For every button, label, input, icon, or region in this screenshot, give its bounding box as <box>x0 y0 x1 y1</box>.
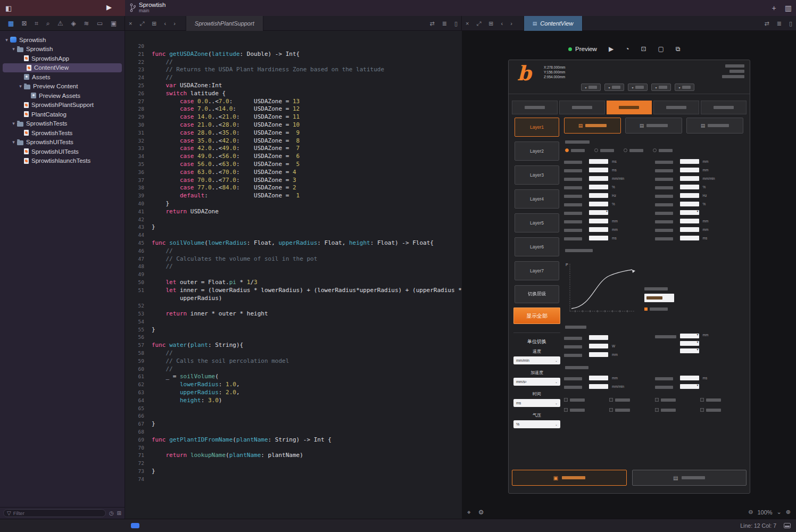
sidebar-item-sprowtishplantsupport[interactable]: SprowtishPlantSupport <box>0 101 125 110</box>
code-line[interactable]: 72 <box>125 460 462 468</box>
pin-preview-icon[interactable]: ⌖ <box>467 509 471 516</box>
sidebar-item-assets[interactable]: Assets <box>0 72 125 82</box>
window-layout-icon[interactable]: ▥ <box>785 4 792 12</box>
option-checkbox-1[interactable] <box>564 398 609 402</box>
parameter-field[interactable] <box>589 168 608 172</box>
code-line[interactable]: 51 let inner = (lowerRadius * lowerRadiu… <box>125 287 462 295</box>
preview-tab-4[interactable] <box>653 101 699 114</box>
find-navigator-icon[interactable]: ⌕ <box>46 20 50 27</box>
code-line[interactable]: 48 // <box>125 263 462 271</box>
forward-icon-2[interactable]: › <box>507 20 516 27</box>
code-line[interactable]: 36 case 63.0..<70.0: USDAZone = 4 <box>125 169 462 177</box>
sidebar-item-preview-content[interactable]: ▾Preview Content <box>0 82 125 92</box>
layer-switch-button[interactable]: 切换层级 <box>515 285 559 303</box>
close-editor-icon[interactable]: × <box>125 20 136 27</box>
parameter-field[interactable] <box>589 344 608 348</box>
code-line[interactable]: 69func getPlantIDFromName(plantName: Str… <box>125 436 462 444</box>
sidebar-item-plantcatalog[interactable]: PlantCatalog <box>0 110 125 119</box>
back-icon[interactable]: ‹ <box>160 20 170 27</box>
option-checkbox-2[interactable] <box>609 398 654 402</box>
code-line[interactable]: 61 _ = soilVolume( <box>125 373 462 381</box>
parameter-field[interactable] <box>680 159 699 164</box>
preview-device-icon[interactable]: ▢ <box>658 45 664 53</box>
layer-button-7[interactable]: Layer7 <box>515 261 559 280</box>
code-line[interactable]: 62 lowerRadius: 1.0, <box>125 381 462 389</box>
header-chip-3[interactable]: ▾ <box>628 84 648 91</box>
parameter-field[interactable] <box>589 202 608 206</box>
code-line[interactable]: 73} <box>125 468 462 476</box>
source-control-navigator-icon[interactable]: ⊠ <box>22 20 27 27</box>
unit-dropdown-2[interactable]: mm/s²⌄ <box>513 378 560 386</box>
footer-primary-button[interactable]: ▣ <box>512 470 627 486</box>
forward-icon[interactable]: › <box>170 20 179 27</box>
code-line[interactable]: 41 return USDAZone <box>125 208 462 216</box>
parameter-dropdown[interactable] <box>680 384 699 389</box>
code-line[interactable]: 46 // <box>125 247 462 255</box>
code-line[interactable]: 54 <box>125 318 462 326</box>
tests-navigator-icon[interactable]: ◈ <box>71 20 76 27</box>
preview-tab-1[interactable] <box>512 101 558 114</box>
radio-option-2[interactable] <box>594 148 614 152</box>
code-line[interactable]: 33 case 42.0..<49.0: USDAZone = 7 <box>125 145 462 153</box>
parameter-field[interactable] <box>680 219 699 223</box>
code-review-icon-2[interactable]: ⇄ <box>761 20 773 27</box>
parameter-field[interactable] <box>589 159 608 164</box>
sidebar-item-preview-assets[interactable]: Preview Assets <box>0 91 125 101</box>
zoom-level[interactable]: 100% <box>757 509 772 516</box>
footer-secondary-button[interactable]: ▤ <box>632 470 747 486</box>
parameter-field[interactable] <box>589 236 608 240</box>
sidebar-item-contentview[interactable]: ContentView <box>3 63 122 73</box>
layer-button-5[interactable]: Layer5 <box>515 213 559 232</box>
option-checkbox-6[interactable] <box>609 408 654 412</box>
code-line[interactable]: 56 <box>125 334 462 342</box>
focus-editor-icon-2[interactable]: ⤢ <box>472 20 485 27</box>
parameter-field[interactable] <box>589 352 608 357</box>
code-line[interactable]: 63 upperRadius: 2.0, <box>125 389 462 397</box>
code-line[interactable]: 39 default: USDAZone = 1 <box>125 192 462 200</box>
add-file-icon[interactable]: ⊞ <box>117 510 121 516</box>
code-line[interactable]: 32 case 35.0..<42.0: USDAZone = 8 <box>125 137 462 145</box>
code-line[interactable]: 21func getUSDAZone(latitude: Double) -> … <box>125 51 462 59</box>
parameter-field[interactable] <box>680 185 699 189</box>
header-chip-2[interactable]: ▾ <box>604 84 624 91</box>
graph-side-field[interactable] <box>644 294 674 302</box>
parameter-field[interactable] <box>680 227 699 232</box>
sidebar-item-sprowtishtests[interactable]: SprowtishTests <box>0 128 125 138</box>
sidebar-item-sprowtishuitests[interactable]: SprowtishUITests <box>0 147 125 156</box>
parameter-field[interactable] <box>589 335 608 340</box>
code-line[interactable]: 42 <box>125 216 462 224</box>
close-editor-icon-2[interactable]: × <box>462 20 472 27</box>
code-line[interactable]: 20 <box>125 43 462 51</box>
preview-environment-icon[interactable]: ◔ <box>625 45 629 53</box>
recent-files-icon[interactable]: ◷ <box>109 510 114 516</box>
zoom-in-icon[interactable]: ⊕ <box>786 509 791 516</box>
sidebar-item-sprowtish[interactable]: ▾Sprowtish <box>0 35 125 45</box>
panel-tool-button-2[interactable]: ▤ <box>625 118 682 134</box>
inspector-toggle-icon[interactable]: ▯ <box>451 20 461 27</box>
source-editor[interactable]: 2021func getUSDAZone(latitude: Double) -… <box>125 31 462 519</box>
layer-button-6[interactable]: Layer6 <box>515 237 559 256</box>
filter-input[interactable]: ▽ Filter <box>3 509 106 517</box>
canvas-settings-icon[interactable]: ⚙ <box>478 509 484 516</box>
panel-tool-button-3[interactable]: ▤ <box>686 118 743 134</box>
minimap-icon[interactable]: ≣ <box>438 20 451 27</box>
unit-dropdown-3[interactable]: ms⌄ <box>513 399 560 407</box>
code-line[interactable]: 52 <box>125 302 462 310</box>
zoom-menu-chevron-icon[interactable]: ⌄ <box>777 509 782 516</box>
option-checkbox-7[interactable] <box>655 408 700 412</box>
code-line[interactable]: 57func water(plant: String){ <box>125 342 462 350</box>
code-line[interactable]: 44 <box>125 231 462 239</box>
debug-area-toggle-icon[interactable] <box>784 523 791 528</box>
code-line[interactable]: 50 let outer = Float.pi * 1/3 <box>125 279 462 287</box>
debug-navigator-icon[interactable]: ≋ <box>84 20 89 27</box>
preview-play-icon[interactable]: ▶ <box>609 45 613 53</box>
code-line[interactable]: 65 <box>125 405 462 413</box>
tab-contentview[interactable]: ▤ ContentView <box>524 16 583 31</box>
code-line[interactable]: 27 case 0.0..<7.0: USDAZone = 13 <box>125 98 462 106</box>
code-line[interactable]: 49 <box>125 271 462 279</box>
reports-navigator-icon[interactable]: ▣ <box>111 20 117 27</box>
code-line[interactable]: 67} <box>125 420 462 428</box>
tab-sprowtishplantsupport[interactable]: SprowtishPlantSupport <box>186 16 263 31</box>
scheme-breadcrumb[interactable]: Sprowtish main <box>130 2 166 14</box>
disclosure-icon[interactable]: ▾ <box>10 139 17 145</box>
